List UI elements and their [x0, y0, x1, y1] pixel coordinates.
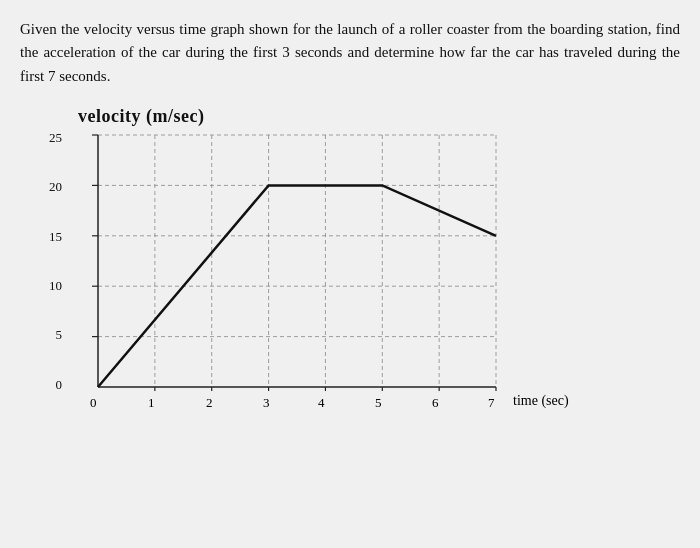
- y-tick-labels: 0 5 10 15 20 25: [40, 131, 62, 391]
- chart: [68, 131, 498, 391]
- y-tick-15: 15: [40, 230, 62, 243]
- x-label-6: 6: [432, 395, 439, 411]
- x-label-4: 4: [318, 395, 325, 411]
- x-label-3: 3: [263, 395, 270, 411]
- y-tick-5: 5: [40, 328, 62, 341]
- y-axis-label: velocity (m/sec): [78, 106, 204, 127]
- x-label-7: 7: [488, 395, 495, 411]
- y-tick-10: 10: [40, 279, 62, 292]
- chart-svg: [68, 131, 498, 391]
- x-label-5: 5: [375, 395, 382, 411]
- x-label-2: 2: [206, 395, 213, 411]
- problem-text: Given the velocity versus time graph sho…: [20, 18, 680, 88]
- y-tick-0: 0: [40, 378, 62, 391]
- y-tick-25: 25: [40, 131, 62, 144]
- x-label-1: 1: [148, 395, 155, 411]
- x-label-0: 0: [90, 395, 97, 411]
- graph-area: velocity (m/sec) 0 5 10 15 20 25: [40, 106, 680, 395]
- y-tick-20: 20: [40, 180, 62, 193]
- main-container: Given the velocity versus time graph sho…: [20, 18, 680, 395]
- x-axis-label: time (sec): [513, 393, 569, 409]
